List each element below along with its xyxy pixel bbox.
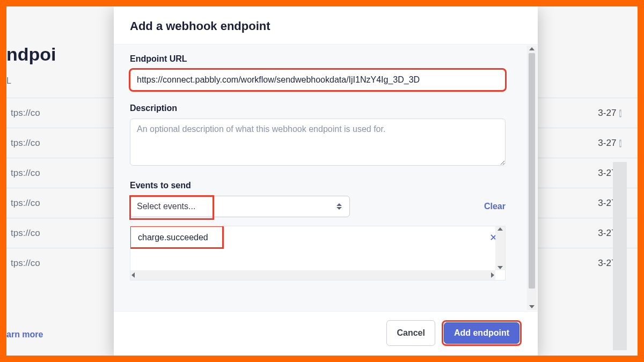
add-endpoint-button[interactable]: Add endpoint	[444, 322, 519, 344]
description-textarea[interactable]	[130, 119, 506, 166]
endpoint-url-group: Endpoint URL	[130, 54, 522, 91]
list-vertical-scrollbar[interactable]	[495, 226, 505, 270]
events-group: Events to send Select events... Clear ch	[130, 181, 522, 280]
modal-title: Add a webhook endpoint	[130, 19, 522, 33]
modal-vertical-scrollbar[interactable]	[527, 46, 537, 310]
list-horizontal-scrollbar[interactable]	[130, 270, 495, 280]
events-select-placeholder: Select events...	[137, 202, 195, 211]
endpoint-url-label: Endpoint URL	[130, 54, 522, 64]
scroll-down-icon	[529, 305, 535, 308]
list-item: charge.succeeded ✕	[130, 226, 505, 249]
event-name: charge.succeeded	[138, 233, 208, 242]
scroll-up-icon	[497, 227, 503, 231]
screenshot-frame: ndpoi L tps://co 3-27i tps://co 3-27i tp…	[0, 0, 644, 362]
endpoint-url-input[interactable]	[130, 69, 506, 91]
events-row: Select events... Clear	[130, 196, 506, 217]
highlight-box: Add endpoint	[442, 320, 522, 346]
cancel-button[interactable]: Cancel	[386, 320, 435, 346]
modal-body: Endpoint URL Description Events to send …	[114, 44, 538, 311]
scroll-down-icon	[497, 266, 503, 269]
scroll-right-icon	[491, 272, 494, 278]
select-stepper-icon	[336, 203, 344, 210]
description-label: Description	[130, 104, 522, 113]
add-webhook-modal: Add a webhook endpoint Endpoint URL Desc…	[114, 6, 538, 356]
viewport: ndpoi L tps://co 3-27i tps://co 3-27i tp…	[6, 6, 638, 356]
events-select[interactable]: Select events...	[130, 196, 350, 217]
modal-header: Add a webhook endpoint	[114, 6, 538, 44]
selected-events-list: charge.succeeded ✕	[130, 226, 506, 280]
events-label: Events to send	[130, 181, 522, 190]
modal-footer: Cancel Add endpoint	[114, 311, 538, 356]
scrollbar-thumb[interactable]	[529, 53, 535, 289]
scroll-left-icon	[131, 272, 135, 278]
clear-events-link[interactable]: Clear	[484, 202, 506, 211]
scroll-up-icon	[529, 47, 535, 50]
description-group: Description	[130, 104, 522, 168]
